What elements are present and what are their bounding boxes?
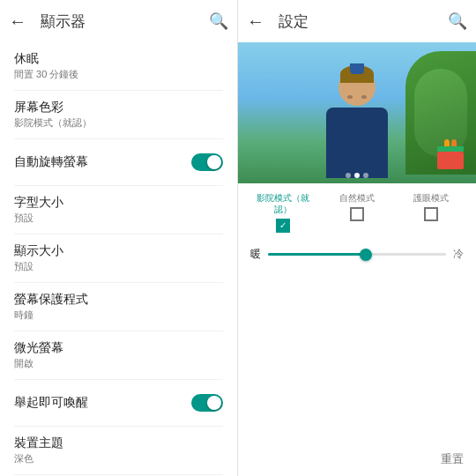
setting-item-fontsize[interactable]: 字型大小 預設 [0, 186, 237, 234]
brightness-row: 暖 冷 [238, 238, 476, 271]
color-mode-section: 影院模式（就認） ✓ 自然模式 護眼模式 [238, 183, 476, 238]
brightness-thumb[interactable] [360, 249, 372, 261]
left-panel: ← 顯示器 🔍 休眠 間置 30 分鐘後 屏幕色彩 影院模式（就認） 自動旋轉螢… [0, 0, 238, 476]
setting-sub-fontsize: 預設 [14, 212, 223, 225]
setting-sub-screensaver: 時鐘 [14, 309, 223, 322]
setting-item-displaysize[interactable]: 顯示大小 預設 [0, 234, 237, 282]
person-body [326, 108, 388, 178]
person-eye-left [347, 95, 353, 99]
color-mode-natural-label: 自然模式 [339, 192, 375, 204]
setting-item-rotate[interactable]: 自動旋轉螢幕 [0, 139, 237, 185]
checkbox-natural[interactable] [350, 207, 364, 221]
setting-label-rotate: 自動旋轉螢幕 [14, 154, 191, 170]
color-mode-cinema-label: 影院模式（就認） [250, 192, 316, 215]
person-head [338, 69, 376, 106]
person-eye-right [361, 95, 367, 99]
right-header: ← 設定 🔍 [238, 0, 476, 42]
color-mode-row: 影院模式（就認） ✓ 自然模式 護眼模式 [250, 192, 464, 233]
left-back-button[interactable]: ← [9, 11, 26, 32]
color-mode-eye-label: 護眼模式 [413, 192, 449, 204]
gift-bow-left [444, 139, 450, 146]
reset-button[interactable]: 重置 [441, 451, 464, 467]
color-mode-eye[interactable]: 護眼模式 [398, 192, 464, 221]
photo-bush [414, 69, 467, 157]
dot-1[interactable] [346, 173, 351, 178]
setting-label-displaysize: 顯示大小 [14, 243, 223, 259]
brightness-left-label: 暖 [250, 247, 261, 262]
checkmark-cinema: ✓ [279, 221, 286, 230]
setting-item-color[interactable]: 屏幕色彩 影院模式（就認） [0, 91, 237, 138]
gift-box-body [437, 152, 464, 169]
checkbox-eye[interactable] [424, 207, 438, 221]
brightness-fill [268, 253, 366, 256]
setting-label-sleep: 休眠 [14, 51, 223, 67]
setting-label-theme: 裝置主題 [14, 435, 223, 451]
color-mode-natural[interactable]: 自然模式 [324, 192, 390, 221]
setting-label-screensaver: 螢幕保護程式 [14, 292, 223, 308]
left-settings-list: 休眠 間置 30 分鐘後 屏幕色彩 影院模式（就認） 自動旋轉螢幕 字型大小 預… [0, 42, 237, 476]
setting-sub-displaysize: 預設 [14, 260, 223, 273]
setting-label-raise: 舉起即可喚醒 [14, 395, 191, 411]
setting-item-theme[interactable]: 裝置主題 深色 [0, 427, 237, 474]
right-search-button[interactable]: 🔍 [448, 11, 467, 31]
right-back-button[interactable]: ← [247, 11, 264, 32]
gift-box-top [437, 146, 464, 152]
setting-sub-dimscreen: 開啟 [14, 357, 223, 370]
photo-area [238, 42, 476, 183]
setting-item-raise[interactable]: 舉起即可喚醒 [0, 380, 237, 426]
setting-sub-theme: 深色 [14, 452, 223, 465]
gift-wrapper [437, 148, 464, 169]
dot-2[interactable] [354, 173, 360, 178]
checkbox-cinema[interactable]: ✓ [276, 219, 290, 233]
jacket-collar [350, 63, 364, 74]
left-search-button[interactable]: 🔍 [209, 11, 228, 31]
setting-label-fontsize: 字型大小 [14, 195, 223, 211]
setting-label-color: 屏幕色彩 [14, 100, 223, 115]
brightness-track[interactable] [268, 253, 446, 256]
color-mode-cinema[interactable]: 影院模式（就認） ✓ [250, 192, 316, 233]
setting-item-sleep[interactable]: 休眠 間置 30 分鐘後 [0, 42, 237, 90]
right-panel: ← 設定 🔍 [238, 0, 476, 476]
divider [14, 474, 223, 475]
photo-dots [346, 173, 368, 178]
toggle-raise[interactable] [191, 394, 223, 412]
right-bottom: 重置 [238, 271, 476, 476]
dot-3[interactable] [363, 173, 368, 178]
setting-sub-color: 影院模式（就認） [14, 116, 223, 130]
setting-item-dimscreen[interactable]: 微光螢幕 開啟 [0, 331, 237, 379]
left-header: ← 顯示器 🔍 [0, 0, 237, 42]
setting-label-dimscreen: 微光螢幕 [14, 340, 223, 356]
brightness-right-label: 冷 [453, 247, 464, 262]
setting-sub-sleep: 間置 30 分鐘後 [14, 68, 223, 81]
photo-person [317, 60, 397, 183]
left-title: 顯示器 [41, 11, 209, 32]
right-title: 設定 [279, 11, 448, 32]
toggle-rotate[interactable] [191, 153, 223, 171]
setting-item-screensaver[interactable]: 螢幕保護程式 時鐘 [0, 283, 237, 331]
gift-bow-right [451, 139, 457, 146]
